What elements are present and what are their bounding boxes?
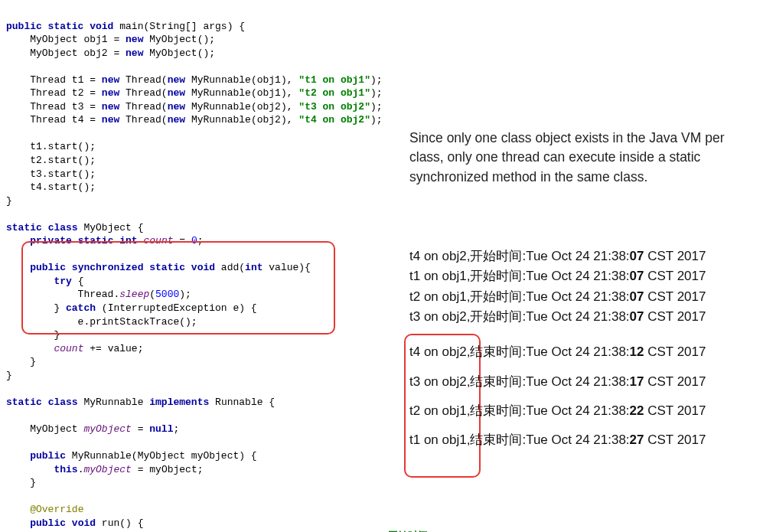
output-start-row: t2 on obj1,开始时间:Tue Oct 24 21:38:07 CST …	[409, 287, 761, 307]
explanation-text: Since only one class object exists in th…	[409, 129, 746, 187]
console-output: t4 on obj2,开始时间:Tue Oct 24 21:38:07 CST …	[409, 246, 761, 451]
output-start-row: t1 on obj1,开始时间:Tue Oct 24 21:38:07 CST …	[409, 266, 761, 286]
output-start-row: t3 on obj2,开始时间:Tue Oct 24 21:38:07 CST …	[409, 307, 761, 327]
output-end-row: t4 on obj2,结束时间:Tue Oct 24 21:38:12 CST …	[409, 342, 761, 362]
output-end-row: t1 on obj1,结束时间:Tue Oct 24 21:38:27 CST …	[409, 430, 761, 450]
output-end-row: t3 on obj2,结束时间:Tue Oct 24 21:38:17 CST …	[409, 372, 761, 392]
output-end-row: t2 on obj1,结束时间:Tue Oct 24 21:38:22 CST …	[409, 401, 761, 421]
output-start-row: t4 on obj2,开始时间:Tue Oct 24 21:38:07 CST …	[409, 246, 761, 266]
